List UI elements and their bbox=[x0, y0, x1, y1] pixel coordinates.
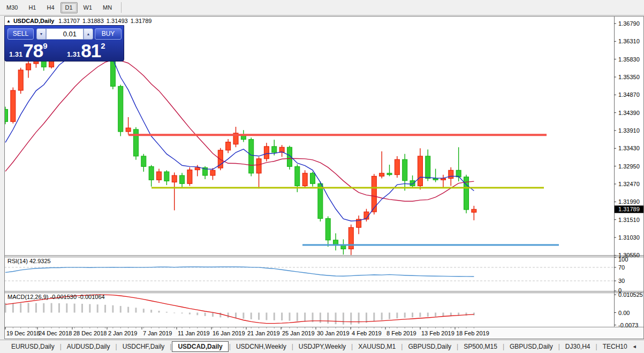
tab-scroll-left-icon[interactable]: ◄ bbox=[632, 344, 637, 349]
rsi-label: RSI(14) 42.9325 bbox=[7, 258, 51, 264]
ohlc-close: 1.31789 bbox=[131, 18, 152, 24]
tab-separator: | bbox=[596, 343, 597, 350]
timeframe-button-h4[interactable]: H4 bbox=[42, 2, 59, 13]
svg-text:1.35830: 1.35830 bbox=[618, 56, 640, 63]
ohlc-open: 1.31707 bbox=[58, 18, 80, 24]
svg-text:1.35350: 1.35350 bbox=[618, 74, 640, 80]
svg-text:1.31990: 1.31990 bbox=[618, 198, 640, 205]
svg-text:70: 70 bbox=[618, 264, 625, 271]
svg-text:1.33430: 1.33430 bbox=[618, 145, 640, 151]
tab-separator: | bbox=[457, 343, 458, 350]
tab-separator: | bbox=[558, 343, 560, 350]
buy-button[interactable]: BUY bbox=[95, 28, 122, 40]
tab-separator: | bbox=[401, 343, 403, 350]
chart-area[interactable]: 1.367901.363101.358301.353501.348701.343… bbox=[4, 16, 644, 339]
tab-separator: | bbox=[170, 343, 171, 350]
svg-text:1.36310: 1.36310 bbox=[618, 38, 640, 44]
chart-title-bar: ▲ USDCAD,Daily 1.31707 1.31883 1.31493 1… bbox=[5, 17, 142, 25]
timeframe-button-h1[interactable]: H1 bbox=[24, 2, 41, 13]
volume-decrease-button[interactable]: ▼ bbox=[36, 28, 46, 40]
svg-text:11 Jan 2019: 11 Jan 2019 bbox=[178, 330, 210, 336]
chart-tab-audusd-daily[interactable]: AUDUSD,Daily bbox=[62, 341, 115, 352]
svg-text:13 Feb 2019: 13 Feb 2019 bbox=[421, 330, 454, 336]
tab-separator: | bbox=[60, 343, 62, 350]
svg-text:8 Feb 2019: 8 Feb 2019 bbox=[387, 330, 416, 336]
chart-tab-xauusd-m1[interactable]: XAUUSD,M1 bbox=[353, 341, 400, 352]
chart-tab-gbpusd-daily[interactable]: GBPUSD,Daily bbox=[505, 341, 558, 352]
svg-text:19 Dec 2018: 19 Dec 2018 bbox=[6, 330, 40, 336]
current-price-tag: 1.31789 bbox=[615, 205, 644, 213]
svg-text:30: 30 bbox=[618, 278, 625, 284]
mt4-window: M30H1H4D1W1MN 1.367901.363101.358301.353… bbox=[0, 0, 644, 353]
svg-text:-0.0073: -0.0073 bbox=[618, 322, 638, 328]
timeframe-button-w1[interactable]: W1 bbox=[79, 2, 97, 13]
chart-tab-usdjpy-weekly[interactable]: USDJPY,Weekly bbox=[294, 341, 351, 352]
svg-text:4 Feb 2019: 4 Feb 2019 bbox=[352, 330, 382, 336]
svg-text:18 Feb 2019: 18 Feb 2019 bbox=[456, 330, 489, 336]
svg-text:16 Jan 2019: 16 Jan 2019 bbox=[213, 330, 245, 336]
timeframe-button-d1[interactable]: D1 bbox=[60, 2, 78, 13]
sell-button[interactable]: SELL bbox=[7, 28, 34, 40]
toolbar-divider bbox=[121, 2, 122, 13]
tab-separator: | bbox=[503, 343, 504, 350]
timeframe-toolbar: M30H1H4D1W1MN bbox=[0, 0, 644, 16]
svg-text:25 Jan 2019: 25 Jan 2019 bbox=[282, 330, 315, 336]
svg-text:1.31789: 1.31789 bbox=[618, 206, 640, 212]
volume-increase-button[interactable]: ▲ bbox=[84, 28, 93, 40]
chart-tab-gbpusd-daily[interactable]: GBPUSD,Daily bbox=[403, 341, 456, 352]
buy-price[interactable]: 1.31 81 2 bbox=[67, 40, 105, 61]
chart-tab-tech10[interactable]: TECH10 bbox=[598, 341, 632, 352]
macd-label: MACD(12,26,9) -0.001530 -0.001064 bbox=[7, 294, 105, 300]
svg-text:1.32470: 1.32470 bbox=[618, 181, 640, 187]
tab-separator: | bbox=[229, 343, 231, 350]
timeframe-button-m30[interactable]: M30 bbox=[2, 2, 22, 13]
svg-text:1.34390: 1.34390 bbox=[618, 110, 640, 116]
svg-text:1.36790: 1.36790 bbox=[618, 20, 640, 27]
tab-separator: | bbox=[116, 343, 117, 350]
chart-tab-sp500-m15[interactable]: SP500,M15 bbox=[459, 341, 502, 352]
svg-text:21 Jan 2019: 21 Jan 2019 bbox=[247, 330, 280, 336]
tab-scroll-arrows: ◄► bbox=[632, 344, 644, 349]
tab-separator: | bbox=[292, 343, 293, 350]
sell-price-big: 78 bbox=[23, 41, 43, 61]
one-click-trading-panel: SELL ▼ ▲ BUY 1.31 78 9 1.31 81 2 bbox=[4, 25, 124, 62]
sell-price-pip: 9 bbox=[43, 41, 47, 50]
sell-price[interactable]: 1.31 78 9 bbox=[9, 40, 48, 61]
svg-text:7 Jan 2019: 7 Jan 2019 bbox=[143, 330, 172, 336]
svg-text:28 Dec 2018: 28 Dec 2018 bbox=[73, 330, 107, 336]
chart-canvas[interactable]: 1.367901.363101.358301.353501.348701.343… bbox=[4, 16, 644, 339]
collapse-panel-icon[interactable]: ▲ bbox=[6, 19, 11, 24]
chart-tab-usdchf-daily[interactable]: USDCHF,Daily bbox=[118, 341, 170, 352]
svg-text:0.010525: 0.010525 bbox=[618, 291, 643, 298]
timeframe-button-mn[interactable]: MN bbox=[98, 2, 117, 13]
svg-text:100: 100 bbox=[618, 256, 628, 263]
chart-tabs-bar: EURUSD,Daily|AUDUSD,Daily|USDCHF,Daily|U… bbox=[0, 340, 644, 353]
svg-text:0.00: 0.00 bbox=[618, 310, 630, 316]
buy-price-big: 81 bbox=[81, 41, 101, 61]
svg-text:1.32950: 1.32950 bbox=[618, 163, 640, 170]
chart-tab-eurusd-daily[interactable]: EURUSD,Daily bbox=[6, 341, 59, 352]
svg-text:1.33910: 1.33910 bbox=[618, 127, 640, 134]
volume-input[interactable] bbox=[46, 28, 84, 40]
svg-text:1.31510: 1.31510 bbox=[618, 217, 640, 223]
ohlc-high: 1.31883 bbox=[82, 18, 104, 24]
svg-text:30 Jan 2019: 30 Jan 2019 bbox=[317, 330, 350, 336]
tab-separator: | bbox=[351, 343, 353, 350]
buy-price-prefix: 1.31 bbox=[67, 50, 80, 58]
svg-text:1.31030: 1.31030 bbox=[618, 234, 640, 241]
ohlc-low: 1.31493 bbox=[107, 18, 128, 24]
buy-price-pip: 2 bbox=[101, 41, 105, 50]
svg-text:1.34870: 1.34870 bbox=[618, 91, 640, 98]
svg-text:2 Jan 2019: 2 Jan 2019 bbox=[108, 330, 137, 336]
svg-text:24 Dec 2018: 24 Dec 2018 bbox=[39, 330, 72, 336]
chart-tab-usdcad-daily[interactable]: USDCAD,Daily bbox=[172, 341, 228, 352]
chart-symbol-label: USDCAD,Daily bbox=[13, 18, 54, 24]
chart-tab-dj30-h4[interactable]: DJ30,H4 bbox=[560, 341, 595, 352]
chart-tab-usdcnh-weekly[interactable]: USDCNH,Weekly bbox=[231, 341, 291, 352]
sell-price-prefix: 1.31 bbox=[9, 50, 22, 58]
